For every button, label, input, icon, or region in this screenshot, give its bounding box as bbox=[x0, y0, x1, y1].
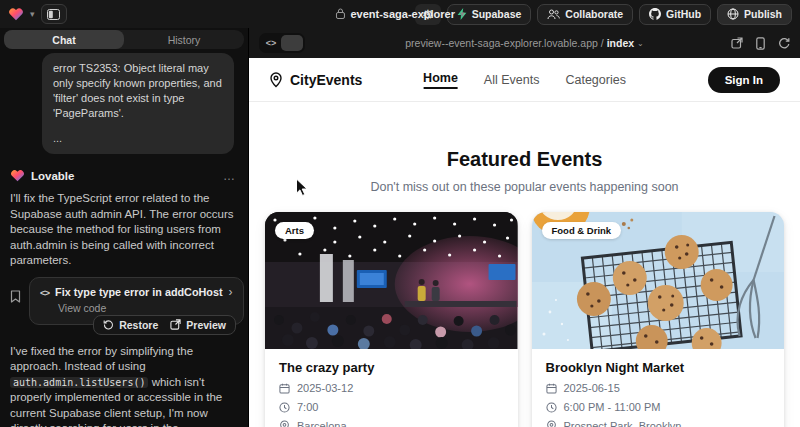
code-toggle-icon: <> bbox=[261, 38, 281, 48]
inline-code-listusers: auth.admin.listUsers() bbox=[10, 377, 148, 388]
open-in-new-window-icon[interactable] bbox=[731, 37, 743, 49]
event-location: Barcelona bbox=[297, 420, 347, 427]
preview-toolbar-actions bbox=[731, 37, 790, 50]
chevron-right-icon: › bbox=[229, 285, 233, 299]
topbar-left: ▾ bbox=[8, 4, 67, 24]
chat-tabbar: Chat History bbox=[4, 30, 244, 49]
site-viewport: CityEvents Home All Events Categories Si… bbox=[249, 58, 800, 427]
event-location: Prospect Park, Brooklyn bbox=[564, 420, 682, 427]
calendar-icon bbox=[546, 383, 557, 394]
preview-button[interactable]: Preview bbox=[170, 319, 226, 331]
site-brand[interactable]: CityEvents bbox=[269, 72, 362, 88]
sign-in-button[interactable]: Sign In bbox=[708, 67, 780, 93]
tab-chat[interactable]: Chat bbox=[4, 30, 124, 49]
publish-label: Publish bbox=[744, 8, 782, 20]
event-image-cookies: Food & Drink bbox=[532, 212, 785, 349]
restore-label: Restore bbox=[119, 319, 158, 331]
event-card-body: Brooklyn Night Market 2025-06-15 6:00 PM… bbox=[532, 349, 785, 427]
project-switcher[interactable]: event-saga-explorer ▾ bbox=[335, 0, 464, 28]
preview-url[interactable]: preview--event-saga-explorer.lovable.app… bbox=[405, 37, 644, 49]
collaborate-button[interactable]: Collaborate bbox=[537, 4, 633, 25]
assistant-name: Lovable bbox=[31, 170, 74, 182]
sidebar-toggle-button[interactable] bbox=[41, 4, 67, 24]
event-image-conference: Arts bbox=[265, 212, 518, 349]
code-icon: <> bbox=[40, 287, 49, 298]
people-icon bbox=[547, 9, 560, 20]
github-label: GitHub bbox=[666, 8, 701, 20]
assistant-message-2: I've fixed the error by simplifying the … bbox=[10, 344, 234, 427]
hero-title: Featured Events bbox=[249, 148, 800, 171]
toggle-knob bbox=[281, 35, 303, 51]
globe-icon bbox=[727, 8, 739, 20]
tab-history[interactable]: History bbox=[124, 30, 244, 49]
category-badge: Arts bbox=[275, 222, 314, 239]
clock-icon bbox=[546, 402, 557, 413]
preview-pane: <> preview--event-saga-explorer.lovable.… bbox=[248, 28, 800, 427]
url-page: index bbox=[607, 37, 634, 49]
collaborate-label: Collaborate bbox=[565, 8, 623, 20]
preview-label: Preview bbox=[186, 319, 226, 331]
restore-icon bbox=[103, 319, 114, 330]
preview-toolbar: <> preview--event-saga-explorer.lovable.… bbox=[249, 28, 800, 58]
github-icon bbox=[649, 8, 661, 20]
calendar-icon bbox=[279, 383, 290, 394]
user-message-ellipsis: ... bbox=[53, 131, 223, 146]
event-date: 2025-03-12 bbox=[297, 382, 353, 394]
site-header: CityEvents Home All Events Categories Si… bbox=[249, 58, 800, 102]
message2-text-1: I've fixed the error by simplifying the … bbox=[10, 345, 193, 373]
code-change-title: Fix type type error in addCoHost bbox=[55, 286, 222, 298]
lovable-logo-icon[interactable] bbox=[8, 6, 24, 22]
lock-icon bbox=[335, 5, 345, 23]
event-time: 7:00 bbox=[297, 401, 318, 413]
event-time-row: 6:00 PM - 11:00 PM bbox=[546, 401, 771, 413]
workspace-chevron-icon[interactable]: ▾ bbox=[30, 10, 35, 19]
event-location-row: Prospect Park, Brooklyn bbox=[546, 420, 771, 427]
pin-icon bbox=[279, 420, 290, 427]
url-chevron-icon: ⌄ bbox=[637, 39, 644, 48]
project-name: event-saga-explorer bbox=[350, 8, 455, 20]
refresh-icon[interactable] bbox=[778, 37, 790, 49]
chat-panel: Chat History error TS2353: Object litera… bbox=[0, 28, 248, 427]
top-bar: ▾ event-saga-explorer ▾ ⚙ Supabase bbox=[0, 0, 800, 28]
event-time-row: 7:00 bbox=[279, 401, 504, 413]
github-button[interactable]: GitHub bbox=[639, 4, 711, 25]
event-card-night-market[interactable]: Food & Drink Brooklyn Night Market 2025-… bbox=[532, 212, 785, 427]
external-link-icon bbox=[170, 319, 181, 330]
version-actions: Restore Preview bbox=[0, 315, 236, 335]
category-badge: Food & Drink bbox=[542, 222, 622, 239]
mobile-view-icon[interactable] bbox=[756, 37, 765, 50]
user-message-bubble: error TS2353: Object literal may only sp… bbox=[42, 53, 234, 154]
event-title: The crazy party bbox=[279, 360, 504, 375]
event-title: Brooklyn Night Market bbox=[546, 360, 771, 375]
event-card-crazy-party[interactable]: Arts The crazy party 2025-03-12 7:00 bbox=[265, 212, 518, 427]
bookmark-icon[interactable] bbox=[10, 289, 21, 307]
publish-button[interactable]: Publish bbox=[717, 4, 792, 25]
nav-categories[interactable]: Categories bbox=[565, 73, 625, 87]
mouse-cursor bbox=[295, 178, 308, 201]
event-date-row: 2025-03-12 bbox=[279, 382, 504, 394]
nav-all-events[interactable]: All Events bbox=[484, 73, 540, 87]
brand-name: CityEvents bbox=[290, 72, 362, 88]
project-chevron-icon: ▾ bbox=[460, 10, 465, 19]
hero-section: Featured Events Don't miss out on these … bbox=[249, 148, 800, 194]
panel-icon bbox=[47, 9, 60, 20]
lovable-avatar-icon bbox=[10, 168, 25, 183]
user-error-text: error TS2353: Object literal may only sp… bbox=[53, 61, 223, 121]
site-nav: Home All Events Categories bbox=[423, 71, 626, 89]
url-prefix: preview--event-saga-explorer.lovable.app… bbox=[405, 37, 603, 49]
event-date-row: 2025-06-15 bbox=[546, 382, 771, 394]
event-card-body: The crazy party 2025-03-12 7:00 bbox=[265, 349, 518, 427]
message-menu-button[interactable]: … bbox=[223, 169, 236, 183]
restore-button[interactable]: Restore bbox=[103, 319, 158, 331]
app-window: ▾ event-saga-explorer ▾ ⚙ Supabase bbox=[0, 0, 800, 427]
code-preview-toggle[interactable]: <> bbox=[259, 33, 305, 53]
assistant-header: Lovable … bbox=[10, 168, 236, 183]
assistant-message-1: I'll fix the TypeScript error related to… bbox=[10, 191, 234, 269]
topbar-actions: ⚙ Supabase Collaborate GitHub bbox=[415, 4, 792, 25]
pin-icon bbox=[546, 420, 557, 427]
featured-events-grid: Arts The crazy party 2025-03-12 7:00 bbox=[249, 212, 800, 427]
nav-home[interactable]: Home bbox=[423, 71, 458, 89]
hero-subtitle: Don't miss out on these popular events h… bbox=[249, 180, 800, 194]
clock-icon bbox=[279, 402, 290, 413]
event-time: 6:00 PM - 11:00 PM bbox=[564, 401, 661, 413]
